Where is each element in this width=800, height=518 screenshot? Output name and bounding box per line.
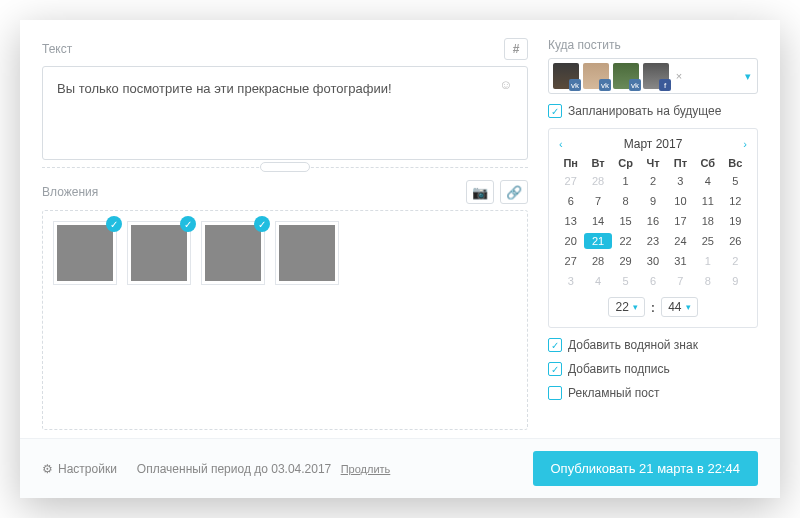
- calendar-dow: Пн: [557, 157, 584, 169]
- resize-handle[interactable]: [42, 160, 528, 174]
- calendar-day[interactable]: 11: [694, 193, 721, 209]
- calendar-day[interactable]: 24: [667, 233, 694, 249]
- time-colon: :: [651, 300, 655, 315]
- grip-icon: [260, 162, 310, 172]
- minute-select[interactable]: 44 ▾: [661, 297, 697, 317]
- calendar-day[interactable]: 27: [557, 173, 584, 189]
- next-month-button[interactable]: ›: [743, 138, 747, 150]
- calendar-day[interactable]: 6: [639, 273, 666, 289]
- calendar-day[interactable]: 4: [694, 173, 721, 189]
- calendar-dow: Вс: [722, 157, 749, 169]
- attachment-thumb[interactable]: ✓: [127, 221, 191, 285]
- hour-select[interactable]: 22 ▾: [608, 297, 644, 317]
- attachments-dropzone[interactable]: ✓ ✓ ✓: [42, 210, 528, 430]
- calendar-day[interactable]: 31: [667, 253, 694, 269]
- caption-toggle[interactable]: ✓ Добавить подпись: [548, 362, 758, 376]
- target-account[interactable]: f: [643, 63, 669, 89]
- calendar-day[interactable]: 23: [639, 233, 666, 249]
- calendar-day[interactable]: 9: [639, 193, 666, 209]
- compose-textarea[interactable]: Вы только посмотрите на эти прекрасные ф…: [42, 66, 528, 160]
- settings-label: Настройки: [58, 462, 117, 476]
- compose-content: Вы только посмотрите на эти прекрасные ф…: [57, 81, 392, 96]
- calendar-day[interactable]: 22: [612, 233, 639, 249]
- attach-buttons: 📷 🔗: [466, 180, 528, 204]
- calendar-day[interactable]: 16: [639, 213, 666, 229]
- calendar-day[interactable]: 5: [612, 273, 639, 289]
- emoji-icon[interactable]: ☺: [499, 77, 517, 95]
- selected-badge: ✓: [180, 216, 196, 232]
- attachment-thumb[interactable]: ✓: [201, 221, 265, 285]
- calendar-day[interactable]: 13: [557, 213, 584, 229]
- calendar-day[interactable]: 8: [612, 193, 639, 209]
- checkbox-checked-icon: ✓: [548, 362, 562, 376]
- remove-target-icon[interactable]: ×: [673, 63, 685, 89]
- time-picker: 22 ▾ : 44 ▾: [557, 297, 749, 317]
- chevron-down-icon: ▾: [686, 302, 691, 312]
- calendar-day[interactable]: 18: [694, 213, 721, 229]
- vk-icon: vk: [569, 79, 581, 91]
- calendar-day[interactable]: 15: [612, 213, 639, 229]
- schedule-toggle[interactable]: ✓ Запланировать на будущее: [548, 104, 758, 118]
- post-composer: Текст # Вы только посмотрите на эти прек…: [20, 20, 780, 498]
- prev-month-button[interactable]: ‹: [559, 138, 563, 150]
- calendar-day[interactable]: 26: [722, 233, 749, 249]
- calendar-day[interactable]: 30: [639, 253, 666, 269]
- calendar-day[interactable]: 28: [584, 253, 611, 269]
- calendar-day[interactable]: 21: [584, 233, 611, 249]
- checkbox-unchecked-icon: [548, 386, 562, 400]
- vk-icon: vk: [599, 79, 611, 91]
- calendar-day[interactable]: 1: [694, 253, 721, 269]
- calendar-day[interactable]: 20: [557, 233, 584, 249]
- calendar-day[interactable]: 10: [667, 193, 694, 209]
- advert-toggle[interactable]: Рекламный пост: [548, 386, 758, 400]
- calendar-dow: Ср: [612, 157, 639, 169]
- schedule-label: Запланировать на будущее: [568, 104, 721, 118]
- attachment-thumb[interactable]: [275, 221, 339, 285]
- calendar: ‹ Март 2017 › ПнВтСрЧтПтСбВс272812345678…: [548, 128, 758, 328]
- calendar-day[interactable]: 3: [557, 273, 584, 289]
- target-account[interactable]: vk: [553, 63, 579, 89]
- calendar-dow: Вт: [584, 157, 611, 169]
- calendar-day[interactable]: 12: [722, 193, 749, 209]
- calendar-day[interactable]: 1: [612, 173, 639, 189]
- target-account[interactable]: vk: [613, 63, 639, 89]
- chevron-down-icon[interactable]: ▾: [745, 70, 751, 83]
- calendar-day[interactable]: 4: [584, 273, 611, 289]
- calendar-day[interactable]: 9: [722, 273, 749, 289]
- calendar-day[interactable]: 27: [557, 253, 584, 269]
- calendar-day[interactable]: 6: [557, 193, 584, 209]
- hashtag-button[interactable]: #: [504, 38, 528, 60]
- calendar-day[interactable]: 19: [722, 213, 749, 229]
- settings-link[interactable]: ⚙ Настройки: [42, 462, 117, 476]
- selected-badge: ✓: [106, 216, 122, 232]
- publish-button[interactable]: Опубликовать 21 марта в 22:44: [533, 451, 759, 486]
- calendar-day[interactable]: 17: [667, 213, 694, 229]
- calendar-day[interactable]: 3: [667, 173, 694, 189]
- minute-value: 44: [668, 300, 681, 314]
- gear-icon: ⚙: [42, 462, 53, 476]
- extend-link[interactable]: Продлить: [341, 463, 391, 475]
- attachment-thumb[interactable]: ✓: [53, 221, 117, 285]
- where-label: Куда постить: [548, 38, 758, 52]
- targets-select[interactable]: vk vk vk f × ▾: [548, 58, 758, 94]
- calendar-day[interactable]: 28: [584, 173, 611, 189]
- calendar-day[interactable]: 2: [639, 173, 666, 189]
- paid-period-text: Оплаченный период до 03.04.2017 Продлить: [137, 462, 390, 476]
- calendar-day[interactable]: 8: [694, 273, 721, 289]
- calendar-day[interactable]: 7: [584, 193, 611, 209]
- calendar-header: ‹ Март 2017 ›: [557, 135, 749, 157]
- target-account[interactable]: vk: [583, 63, 609, 89]
- calendar-day[interactable]: 7: [667, 273, 694, 289]
- link-button[interactable]: 🔗: [500, 180, 528, 204]
- footer: ⚙ Настройки Оплаченный период до 03.04.2…: [20, 438, 780, 498]
- calendar-day[interactable]: 2: [722, 253, 749, 269]
- calendar-day[interactable]: 14: [584, 213, 611, 229]
- calendar-day[interactable]: 29: [612, 253, 639, 269]
- left-panel: Текст # Вы только посмотрите на эти прек…: [42, 38, 528, 438]
- watermark-toggle[interactable]: ✓ Добавить водяной знак: [548, 338, 758, 352]
- attachment-image: [279, 225, 335, 281]
- camera-button[interactable]: 📷: [466, 180, 494, 204]
- calendar-day[interactable]: 25: [694, 233, 721, 249]
- calendar-day[interactable]: 5: [722, 173, 749, 189]
- attachment-image: [131, 225, 187, 281]
